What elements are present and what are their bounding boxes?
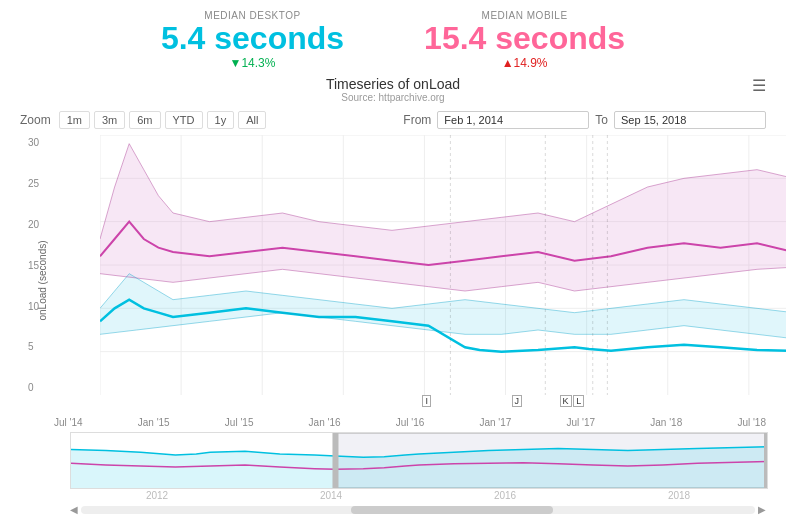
- zoom-3m[interactable]: 3m: [94, 111, 125, 129]
- annotation-I: I: [422, 395, 431, 407]
- y-tick-10: 10: [28, 301, 39, 312]
- y-axis-ticks: 30 25 20 15 10 5 0: [28, 135, 39, 395]
- from-date-input[interactable]: [437, 111, 589, 129]
- zoom-bar: Zoom 1m 3m 6m YTD 1y All From To: [0, 105, 786, 135]
- annotation-J: J: [512, 395, 523, 407]
- zoom-ytd[interactable]: YTD: [165, 111, 203, 129]
- chart-source: Source: httparchive.org: [0, 92, 786, 103]
- scroll-right-arrow[interactable]: ▶: [758, 504, 766, 515]
- zoom-1y[interactable]: 1y: [207, 111, 235, 129]
- annotation-L: L: [573, 395, 584, 407]
- mini-chart-area: 2012 2014 2016 2018: [70, 432, 766, 502]
- scroll-left-arrow[interactable]: ◀: [70, 504, 78, 515]
- scroll-bar: ◀ ▶: [70, 504, 766, 515]
- from-label: From: [403, 113, 431, 127]
- zoom-6m[interactable]: 6m: [129, 111, 160, 129]
- to-date-input[interactable]: [614, 111, 766, 129]
- zoom-label: Zoom: [20, 113, 51, 127]
- menu-icon[interactable]: ☰: [752, 76, 766, 95]
- main-chart-canvas[interactable]: [100, 135, 786, 395]
- main-chart-wrapper: onLoad (seconds) 30 25 20 15 10 5 0 I J …: [0, 135, 786, 415]
- annotation-K: K: [560, 395, 572, 407]
- y-tick-30: 30: [28, 137, 39, 148]
- y-tick-25: 25: [28, 178, 39, 189]
- y-tick-5: 5: [28, 341, 39, 352]
- x-axis-labels: Jul '14 Jan '15 Jul '15 Jan '16 Jul '16 …: [0, 415, 786, 428]
- mobile-stat: MEDIAN MOBILE 15.4 seconds ▲14.9%: [424, 10, 625, 70]
- y-tick-0: 0: [28, 382, 39, 393]
- y-tick-15: 15: [28, 260, 39, 271]
- mobile-value: 15.4 seconds: [424, 21, 625, 56]
- mobile-change: ▲14.9%: [424, 56, 625, 70]
- annotation-area: I J K L: [100, 395, 786, 415]
- scroll-thumb[interactable]: [351, 506, 553, 514]
- desktop-value: 5.4 seconds: [161, 21, 344, 56]
- desktop-stat: MEDIAN DESKTOP 5.4 seconds ▼14.3%: [161, 10, 344, 70]
- zoom-all[interactable]: All: [238, 111, 266, 129]
- mini-labels: 2012 2014 2016 2018: [70, 489, 766, 502]
- date-range: From To: [403, 111, 766, 129]
- to-label: To: [595, 113, 608, 127]
- header-stats: MEDIAN DESKTOP 5.4 seconds ▼14.3% MEDIAN…: [0, 0, 786, 74]
- y-tick-20: 20: [28, 219, 39, 230]
- chart-title-area: Timeseries of onLoad Source: httparchive…: [0, 76, 786, 103]
- scroll-track[interactable]: [81, 506, 755, 514]
- desktop-change: ▼14.3%: [161, 56, 344, 70]
- zoom-1m[interactable]: 1m: [59, 111, 90, 129]
- mini-chart-canvas[interactable]: [70, 432, 768, 489]
- chart-title: Timeseries of onLoad: [0, 76, 786, 92]
